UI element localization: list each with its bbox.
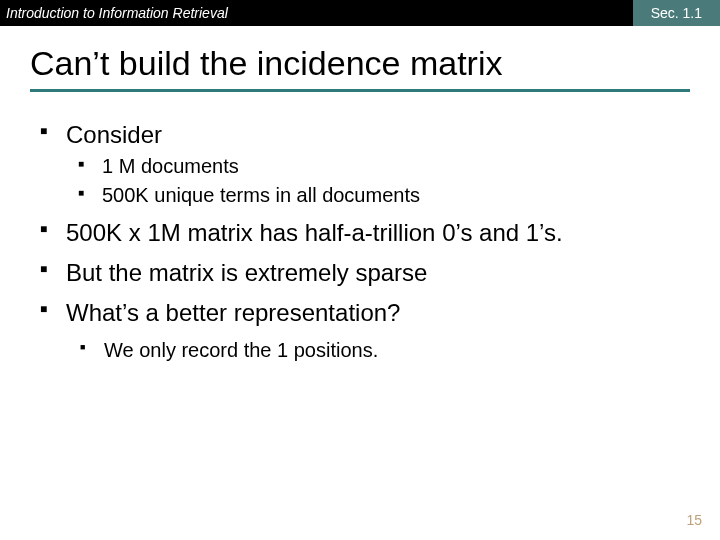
sub-list: We only record the 1 positions. — [80, 338, 690, 363]
list-item: 1 M documents — [78, 154, 690, 179]
course-title: Introduction to Information Retrieval — [0, 5, 228, 21]
content-area: Consider 1 M documents 500K unique terms… — [0, 92, 720, 363]
slide: Introduction to Information Retrieval Se… — [0, 0, 720, 540]
list-item: We only record the 1 positions. — [80, 338, 690, 363]
bullet-text: 1 M documents — [102, 155, 239, 177]
top-bar: Introduction to Information Retrieval Se… — [0, 0, 720, 26]
page-number: 15 — [686, 512, 702, 528]
bullet-text: But the matrix is extremely sparse — [66, 259, 427, 286]
slide-title: Can’t build the incidence matrix — [30, 44, 690, 89]
bullet-text: What’s a better representation? — [66, 299, 400, 326]
bullet-text: 500K unique terms in all documents — [102, 184, 420, 206]
bullet-list: Consider 1 M documents 500K unique terms… — [40, 120, 690, 363]
title-area: Can’t build the incidence matrix — [0, 26, 720, 92]
list-item: 500K x 1M matrix has half-a-trillion 0’s… — [40, 218, 690, 248]
list-item: What’s a better representation? We only … — [40, 298, 690, 363]
list-item: 500K unique terms in all documents — [78, 183, 690, 208]
list-item: Consider 1 M documents 500K unique terms… — [40, 120, 690, 208]
bullet-text: We only record the 1 positions. — [104, 339, 378, 361]
bullet-text: 500K x 1M matrix has half-a-trillion 0’s… — [66, 219, 563, 246]
bullet-text: Consider — [66, 121, 162, 148]
list-item: But the matrix is extremely sparse — [40, 258, 690, 288]
sub-list: 1 M documents 500K unique terms in all d… — [78, 154, 690, 208]
section-badge: Sec. 1.1 — [633, 0, 720, 26]
